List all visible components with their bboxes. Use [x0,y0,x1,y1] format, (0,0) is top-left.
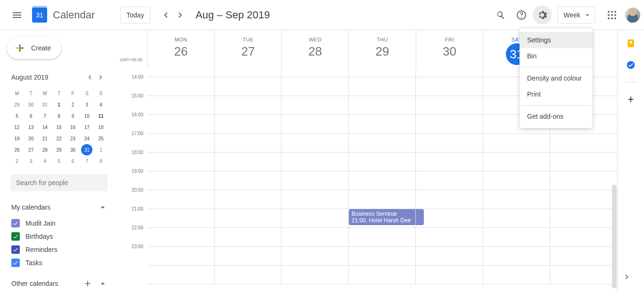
calendar-item[interactable]: Reminders [11,243,107,256]
hour-cell[interactable] [550,247,617,266]
mini-day[interactable]: 29 [53,144,65,155]
mini-day[interactable]: 11 [95,110,107,122]
mini-day[interactable]: 6 [67,155,79,167]
add-icon[interactable] [83,279,92,288]
scrollbar-thumb[interactable] [612,185,617,288]
hour-cell[interactable] [147,153,214,171]
hour-cell[interactable] [416,190,483,209]
checkbox-icon[interactable] [11,245,20,254]
calendar-item[interactable]: Tasks [11,256,107,269]
apps-button[interactable] [603,6,621,24]
hour-cell[interactable] [483,228,550,247]
menu-item[interactable]: Get add-ons [520,108,593,124]
hour-cell[interactable] [281,190,348,209]
hour-cell[interactable] [215,153,281,171]
mini-day[interactable]: 25 [95,133,107,144]
calendar-item[interactable]: Birthdays [11,230,107,243]
hour-cell[interactable] [147,266,214,284]
hour-cell[interactable] [349,266,416,284]
calendar-item[interactable]: Mudit Jain [11,217,107,230]
hour-cell[interactable] [416,77,483,96]
day-header[interactable]: MON26 [147,30,214,68]
mini-day[interactable]: 6 [25,110,37,122]
mini-day[interactable]: 21 [39,133,50,144]
hour-cell[interactable] [147,115,214,134]
hour-cell[interactable] [416,247,483,266]
checkbox-icon[interactable] [11,232,20,241]
hour-cell[interactable] [147,190,214,209]
hour-cell[interactable] [281,134,348,153]
hour-cell[interactable] [416,68,483,77]
mini-day[interactable]: 30 [67,144,79,155]
mini-day[interactable]: 31 [39,99,50,110]
mini-day[interactable]: 4 [95,99,107,110]
mini-day[interactable]: 2 [67,99,79,110]
hour-cell[interactable] [349,171,416,190]
hour-cell[interactable] [147,96,214,115]
add-addon-button[interactable] [626,95,636,104]
mini-day[interactable]: 10 [81,110,92,122]
hour-cell[interactable] [215,134,281,153]
hour-cell[interactable] [416,228,483,247]
hour-cell[interactable] [349,228,416,247]
hour-cell[interactable] [483,171,550,190]
mini-day[interactable]: 16 [67,122,79,133]
hour-cell[interactable] [215,228,281,247]
hour-cell[interactable] [215,115,281,134]
keep-button[interactable] [626,39,636,48]
mini-day[interactable]: 8 [95,155,107,167]
hour-cell[interactable] [550,153,617,171]
create-button[interactable]: Create [7,37,61,59]
hour-cell[interactable] [349,247,416,266]
menu-item[interactable]: Print [520,86,593,102]
mini-prev-button[interactable] [84,72,95,83]
help-button[interactable] [512,6,531,24]
mini-day[interactable]: 1 [53,99,65,110]
search-people-input[interactable] [16,179,102,187]
mini-day[interactable]: 7 [39,110,50,122]
hour-cell[interactable] [215,96,281,115]
mini-day[interactable]: 20 [25,133,37,144]
hour-cell[interactable] [215,171,281,190]
hour-cell[interactable] [349,190,416,209]
other-calendars-toggle[interactable]: Other calendars [11,279,107,288]
avatar[interactable] [625,8,640,23]
hour-cell[interactable] [147,134,214,153]
hour-cell[interactable] [147,209,214,228]
hour-cell[interactable] [483,266,550,284]
hour-cell[interactable] [281,115,348,134]
mini-day[interactable]: 22 [53,133,65,144]
hour-cell[interactable] [281,171,348,190]
hour-cell[interactable] [550,171,617,190]
hour-cell[interactable] [483,134,550,153]
hour-cell[interactable] [349,68,416,77]
my-calendars-toggle[interactable]: My calendars [11,203,107,212]
hour-cell[interactable] [416,134,483,153]
hour-cell[interactable] [550,266,617,284]
hour-cell[interactable] [281,68,348,77]
mini-day[interactable]: 17 [81,122,92,133]
day-column[interactable] [214,68,281,284]
mini-day[interactable]: 7 [81,155,92,167]
mini-day[interactable]: 3 [81,99,92,110]
mini-day[interactable]: 8 [53,110,65,122]
mini-day[interactable]: 18 [95,122,107,133]
mini-day[interactable]: 9 [67,110,79,122]
day-column[interactable] [415,68,483,284]
hour-cell[interactable] [215,247,281,266]
hour-cell[interactable] [281,209,348,228]
mini-day[interactable]: 23 [67,133,79,144]
hour-cell[interactable] [147,171,214,190]
mini-day[interactable]: 5 [11,110,23,122]
hour-cell[interactable] [483,153,550,171]
hour-cell[interactable] [215,68,281,77]
mini-day[interactable]: 14 [39,122,50,133]
mini-next-button[interactable] [95,72,107,83]
mini-day[interactable]: 2 [11,155,23,167]
hour-cell[interactable] [147,68,214,77]
mini-day[interactable]: 19 [11,133,23,144]
hour-cell[interactable] [281,247,348,266]
mini-day[interactable]: 29 [11,99,23,110]
hour-cell[interactable] [416,115,483,134]
mini-day[interactable]: 4 [39,155,50,167]
